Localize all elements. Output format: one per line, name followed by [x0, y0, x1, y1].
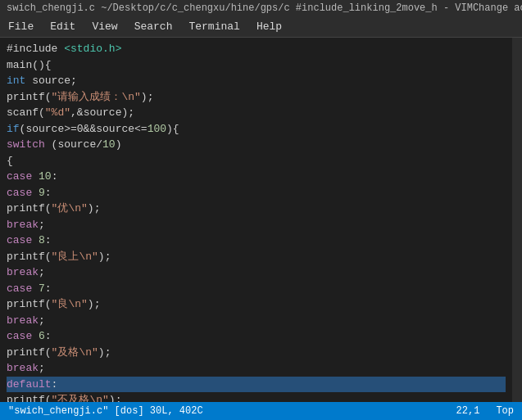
- menu-file[interactable]: File: [0, 17, 42, 36]
- code-line: scanf("%d",&source);: [7, 105, 506, 121]
- status-bar: "swich_chengji.c" [dos] 30L, 402C 22,1 T…: [0, 402, 522, 420]
- code-line: {: [7, 153, 506, 169]
- status-filename: "swich_chengji.c" [dos] 30L, 402C: [8, 405, 203, 417]
- status-left: "swich_chengji.c" [dos] 30L, 402C: [8, 405, 203, 417]
- status-scroll: Top: [496, 405, 514, 417]
- menu-view[interactable]: View: [84, 17, 125, 36]
- code-line: break;: [7, 313, 506, 329]
- code-line: case 8:: [7, 233, 506, 249]
- scrollbar[interactable]: [512, 38, 522, 402]
- code-line: printf("请输入成绩：\n");: [7, 89, 506, 106]
- code-line: break;: [7, 264, 506, 281]
- code-line: #include <stdio.h>: [7, 41, 506, 57]
- title-text: swich_chengji.c ~/Desktop/c/c_chengxu/hi…: [7, 2, 473, 14]
- status-position: 22,1: [456, 405, 480, 417]
- code-line: printf("及格\n");: [7, 345, 506, 361]
- editor-container: #include <stdio.h>main(){int source;prin…: [0, 38, 522, 402]
- code-line: switch (source/10): [7, 137, 506, 153]
- code-line: printf("良\n");: [7, 296, 506, 313]
- menu-bar: File Edit View Search Terminal Help: [0, 16, 522, 38]
- menu-help[interactable]: Help: [248, 17, 290, 36]
- menu-edit[interactable]: Edit: [42, 17, 84, 36]
- change-account-btn[interactable]: Change account Sett...: [473, 2, 522, 14]
- code-line: printf("优\n");: [7, 201, 506, 217]
- code-line: case 6:: [7, 328, 506, 345]
- menu-search[interactable]: Search: [126, 17, 181, 36]
- code-line: int source;: [7, 73, 506, 89]
- code-line: main(){: [7, 57, 506, 74]
- code-line: case 10:: [7, 169, 506, 185]
- code-line: default:: [7, 377, 506, 393]
- title-bar: swich_chengji.c ~/Desktop/c/c_chengxu/hi…: [0, 0, 522, 16]
- code-line: case 7:: [7, 281, 506, 297]
- code-line: if(source>=0&&source<=100){: [7, 121, 506, 138]
- code-line: printf("良上\n");: [7, 249, 506, 265]
- code-line: printf("不及格\n");: [7, 392, 506, 402]
- status-right: 22,1 Top: [456, 405, 514, 417]
- code-line: break;: [7, 360, 506, 377]
- menu-terminal[interactable]: Terminal: [180, 17, 247, 36]
- code-editor[interactable]: #include <stdio.h>main(){int source;prin…: [0, 38, 512, 402]
- code-line: break;: [7, 217, 506, 233]
- code-line: case 9:: [7, 185, 506, 201]
